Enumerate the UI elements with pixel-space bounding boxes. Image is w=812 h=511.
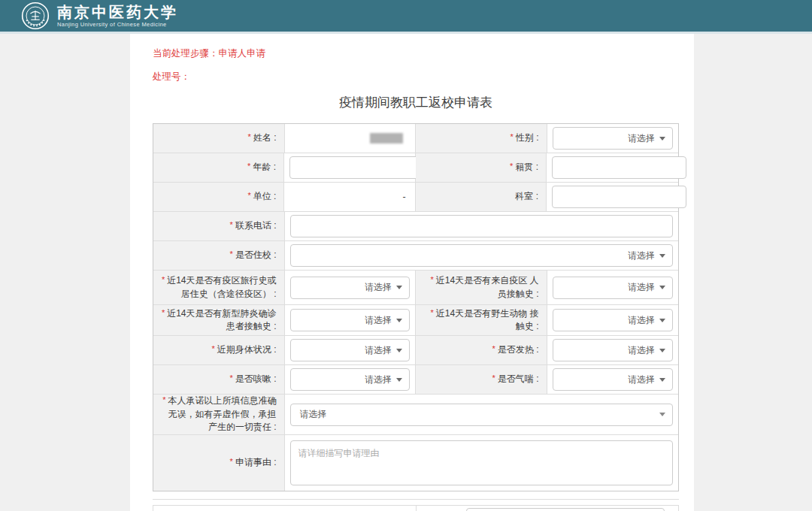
required-marker: *	[212, 344, 215, 353]
wild-animal-select[interactable]: 请选择	[553, 309, 673, 331]
dropdown-arrow-icon	[659, 413, 665, 416]
dropdown-arrow-icon	[659, 319, 665, 322]
health-value-cell: 请选择	[285, 336, 416, 364]
required-marker: *	[162, 395, 165, 404]
handler-select[interactable]: 请选择	[466, 508, 665, 511]
form-row-reason: *申请事由 :	[153, 435, 678, 491]
fever-select[interactable]: 请选择	[553, 339, 673, 361]
name-value-cell	[285, 124, 417, 153]
native-place-input[interactable]	[552, 156, 686, 179]
commitment-label-cell: *本人承诺以上所填信息准确无误，如有弄虚作假，承担产生的一切责任 :	[153, 395, 285, 434]
form-title: 疫情期间教职工返校申请表	[153, 94, 679, 111]
phone-input[interactable]	[290, 215, 673, 237]
required-marker: *	[230, 373, 233, 382]
required-marker: *	[247, 162, 250, 171]
required-marker: *	[431, 275, 434, 284]
commitment-select[interactable]: 请选择	[290, 404, 673, 426]
age-input[interactable]	[289, 156, 424, 179]
age-value-cell	[284, 153, 416, 182]
form-row-cough-wheeze: *是否咳嗽 : 请选择 *是否气喘 : 请选择	[153, 365, 678, 395]
current-step-text: 当前处理步骤：申请人申请	[153, 47, 679, 60]
reason-value-cell	[285, 435, 678, 491]
wheeze-select[interactable]: 请选择	[553, 368, 673, 391]
dropdown-arrow-icon	[396, 349, 402, 352]
epidemic-contact-select-value: 请选择	[628, 281, 655, 294]
required-marker: *	[492, 344, 495, 353]
application-form-table: *姓名 : *性别 : 请选择 *年龄 :	[153, 123, 679, 491]
confirmed-contact-label-cell: *近14天是否有新型肺炎确诊 患者接触史 :	[153, 305, 285, 335]
commitment-label: 本人承诺以上所填信息准确无误，如有弄虚作假，承担产生的一切责任 :	[168, 395, 277, 432]
campus-value-cell: 请选择	[285, 241, 678, 270]
form-row-commitment: *本人承诺以上所填信息准确无误，如有弄虚作假，承担产生的一切责任 : 请选择	[153, 395, 678, 435]
required-marker: *	[230, 457, 233, 466]
fever-label: 是否发热 :	[498, 344, 539, 355]
gender-value-cell: 请选择	[547, 124, 678, 153]
confirmed-contact-label: 近14天是否有新型肺炎确诊 患者接触史 :	[167, 308, 276, 331]
form-row-name-gender: *姓名 : *性别 : 请选择	[153, 124, 678, 153]
cough-value-cell: 请选择	[285, 365, 416, 394]
required-marker: *	[247, 191, 250, 200]
dropdown-arrow-icon	[396, 286, 402, 289]
university-seal-icon	[21, 2, 50, 30]
age-label: 年龄 :	[253, 162, 276, 172]
form-row-health-fever: *近期身体状况 : 请选择 *是否发热 : 请选择	[153, 336, 678, 365]
department-value-cell	[547, 183, 678, 211]
redacted-name-value	[370, 133, 403, 144]
epidemic-contact-label-cell: *近14天是否有来自疫区 人员接触史 :	[416, 271, 547, 304]
required-marker: *	[431, 308, 434, 317]
department-label: 科室 :	[515, 191, 538, 201]
gender-label: 性别 :	[516, 132, 539, 143]
live-on-campus-select[interactable]: 请选择	[290, 244, 673, 267]
phone-label-cell: *联系电话 :	[153, 212, 285, 240]
wild-animal-select-value: 请选择	[628, 314, 655, 327]
wild-animal-label-cell: *近14天是否有野生动物 接触史 :	[416, 305, 547, 335]
health-status-select[interactable]: 请选择	[290, 339, 410, 361]
dropdown-arrow-icon	[396, 319, 402, 322]
fever-label-cell: *是否发热 :	[416, 336, 547, 364]
epidemic-travel-select[interactable]: 请选择	[290, 277, 410, 299]
university-name-cn: 南京中医药大学	[57, 5, 178, 20]
confirmed-contact-value-cell: 请选择	[285, 305, 416, 335]
reason-label-cell: *申请事由 :	[153, 435, 285, 491]
gender-select-value: 请选择	[628, 132, 655, 145]
unit-label: 单位 :	[253, 191, 277, 201]
native-value-cell	[547, 153, 678, 182]
unit-value: -	[402, 192, 405, 202]
gender-select[interactable]: 请选择	[553, 127, 673, 150]
epidemic-contact-select[interactable]: 请选择	[553, 277, 673, 299]
required-marker: *	[230, 249, 233, 259]
health-label-cell: *近期身体状况 :	[153, 336, 285, 364]
commitment-value-cell: 请选择	[285, 395, 678, 434]
form-row-age-native: *年龄 : *籍贯 :	[153, 153, 678, 183]
epidemic-contact-label: 近14天是否有来自疫区 人员接触史 :	[436, 275, 539, 298]
phone-value-cell	[285, 212, 678, 240]
form-row-live-on-campus: *是否住校 : 请选择	[153, 241, 678, 271]
commitment-select-value: 请选择	[300, 408, 327, 421]
unit-label-cell: *单位 :	[153, 183, 284, 211]
department-input[interactable]	[552, 186, 686, 208]
reason-label: 申请事由 :	[235, 457, 277, 467]
cough-label-cell: *是否咳嗽 :	[153, 365, 285, 394]
fever-select-value: 请选择	[628, 344, 655, 357]
campus-label: 是否住校 :	[235, 249, 277, 260]
campus-select-value: 请选择	[628, 249, 655, 262]
cough-select[interactable]: 请选择	[290, 368, 410, 391]
confirmed-contact-select[interactable]: 请选择	[290, 309, 410, 331]
wheeze-select-value: 请选择	[628, 373, 655, 386]
cough-select-value: 请选择	[365, 373, 392, 386]
workflow-footer-bar: 下一步 : 送所在部门领导审核 经办人 : 请选择	[153, 505, 679, 511]
epidemic-travel-label: 近14天是否有疫区旅行史或居住史（含途径疫区） :	[167, 275, 276, 298]
form-row-epidemic-history: *近14天是否有疫区旅行史或居住史（含途径疫区） : 请选择 *近14天是否有来…	[153, 271, 678, 305]
age-label-cell: *年龄 :	[153, 153, 284, 182]
wild-animal-label: 近14天是否有野生动物 接触史 :	[436, 308, 539, 331]
wild-animal-value-cell: 请选择	[547, 305, 678, 335]
confirmed-contact-select-value: 请选择	[365, 314, 392, 327]
wheeze-label: 是否气喘 :	[498, 373, 539, 384]
reason-textarea[interactable]	[290, 440, 673, 485]
department-label-cell: 科室 :	[416, 183, 547, 211]
process-number-text: 处理号：	[153, 71, 679, 83]
name-label: 姓名 :	[253, 132, 277, 143]
form-row-phone: *联系电话 :	[153, 212, 678, 241]
required-marker: *	[230, 220, 233, 229]
epidemic-travel-select-value: 请选择	[365, 281, 392, 294]
